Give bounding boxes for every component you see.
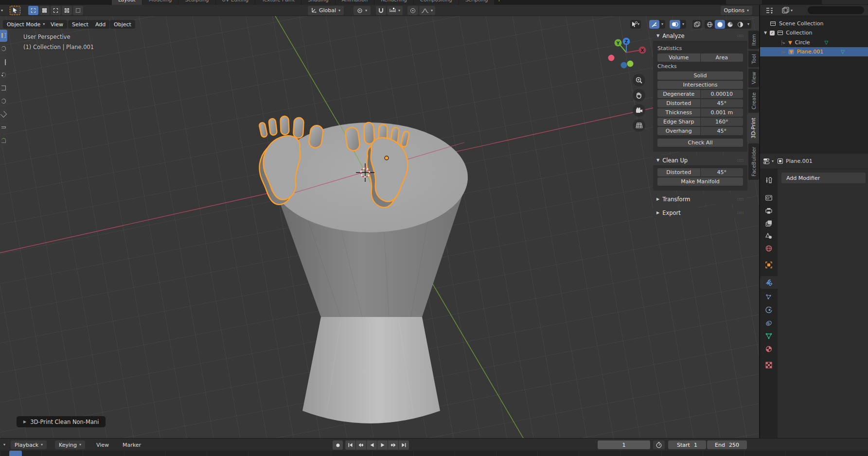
properties-tab-world[interactable] xyxy=(760,242,778,255)
workspace-tab-sculpting[interactable]: Sculpting xyxy=(178,0,215,5)
outliner-display-mode-icon[interactable] xyxy=(782,7,789,14)
tool-rotate[interactable] xyxy=(0,69,7,81)
snap-toggle-button[interactable] xyxy=(376,6,386,15)
properties-tab-physics[interactable] xyxy=(760,304,778,316)
thickness-value-field[interactable]: 0.001 m xyxy=(701,108,744,117)
properties-tab-scene[interactable] xyxy=(760,229,778,242)
panel-grip-icon[interactable]: ∷∷ xyxy=(738,158,744,163)
timeline-menu-view[interactable]: View xyxy=(93,440,112,449)
header-collapse-chevron-icon[interactable]: ▾ xyxy=(1,6,3,15)
check-thickness-button[interactable]: Thickness xyxy=(657,108,700,117)
viewport-3d[interactable]: Object Mode▾ View Select Add Object ▾ ▾ … xyxy=(0,16,759,438)
workspace-tab-scripting[interactable]: Scripting xyxy=(459,0,495,5)
overhang-value-field[interactable]: 45° xyxy=(701,127,744,135)
properties-tab-material[interactable] xyxy=(760,343,778,355)
cleanup-distorted-button[interactable]: Distorted xyxy=(657,168,700,176)
workspace-tab-animation[interactable]: Animation xyxy=(336,0,374,5)
current-frame-indicator[interactable] xyxy=(9,451,22,456)
tool-select-box[interactable] xyxy=(0,30,7,42)
frame-end-field[interactable]: End250 xyxy=(707,440,747,449)
play-reverse-button[interactable] xyxy=(367,440,377,450)
options-dropdown[interactable]: Options▾ xyxy=(721,6,752,15)
check-overhang-button[interactable]: Overhang xyxy=(657,127,700,135)
pivot-point-dropdown[interactable]: ▾ xyxy=(354,6,371,15)
panel-export-header[interactable]: ▶ Export ∷∷ xyxy=(653,208,747,218)
sidebar-tab-item[interactable]: Item xyxy=(748,31,759,49)
check-intersections-button[interactable]: Intersections xyxy=(657,81,743,89)
check-all-button[interactable]: Check All xyxy=(657,139,743,147)
properties-tab-particles[interactable] xyxy=(760,291,778,303)
workspace-tab-uv-editing[interactable]: UV Editing xyxy=(216,0,255,5)
properties-tab-tool[interactable] xyxy=(760,174,778,187)
next-keyframe-button[interactable] xyxy=(388,440,398,450)
expander-icon[interactable]: ▼ xyxy=(764,31,767,35)
volume-button[interactable]: Volume xyxy=(657,53,700,62)
proportional-editing-toggle[interactable] xyxy=(407,6,418,15)
tool-move[interactable] xyxy=(0,56,7,68)
topbar-scene-selector[interactable] xyxy=(726,0,762,4)
timeline-menu-marker[interactable]: Marker xyxy=(120,440,144,449)
outliner-filter-icon[interactable] xyxy=(766,7,774,14)
select-mode-extend-button[interactable] xyxy=(39,6,50,15)
properties-tab-view-layer[interactable] xyxy=(760,217,778,229)
sidebar-tab-create[interactable]: Create xyxy=(748,89,759,113)
properties-tab-object-data[interactable] xyxy=(760,330,778,342)
current-frame-field[interactable]: 1 xyxy=(598,440,650,449)
check-distorted-button[interactable]: Distorted xyxy=(657,99,700,107)
outliner-row-circle[interactable]: ├▸ ▼ Circle ▽ xyxy=(760,38,868,47)
tool-transform[interactable] xyxy=(0,95,7,107)
camera-view-button[interactable] xyxy=(633,104,645,117)
proportional-falloff-dropdown[interactable]: ▾ xyxy=(419,6,435,15)
workspace-tab-compositing[interactable]: Compositing xyxy=(414,0,459,5)
select-mode-invert-button[interactable] xyxy=(62,6,72,15)
record-button[interactable] xyxy=(333,440,343,450)
sidebar-tab-view[interactable]: View xyxy=(748,69,759,88)
check-edge-sharp-button[interactable]: Edge Sharp xyxy=(657,118,700,126)
properties-tab-constraints[interactable] xyxy=(760,317,778,330)
active-tool-select-box-button[interactable] xyxy=(10,6,20,15)
menu-add[interactable]: Add xyxy=(91,20,109,29)
workspace-tab-modeling[interactable]: Modeling xyxy=(142,0,178,5)
topbar-viewlayer-selector[interactable] xyxy=(822,0,868,4)
keying-dropdown[interactable]: Keying▾ xyxy=(55,440,85,449)
panel-analyze-header[interactable]: ▼ Analyze ∷∷ xyxy=(653,31,747,41)
gizmo-axis-y-neg-ball[interactable] xyxy=(627,61,634,67)
workspace-tab-rendering[interactable]: Rendering xyxy=(374,0,413,5)
select-mode-intersect-button[interactable] xyxy=(73,6,83,15)
check-degenerate-button[interactable]: Degenerate xyxy=(657,90,700,98)
timeline-editor-chevron[interactable]: ▾ xyxy=(3,443,5,447)
outliner-search-input[interactable] xyxy=(808,6,864,14)
make-manifold-button[interactable]: Make Manifold xyxy=(657,177,743,186)
tool-add-primitive[interactable] xyxy=(0,135,7,147)
operator-redo-panel[interactable]: ▶ 3D-Print Clean Non-Mani xyxy=(17,416,106,427)
workspace-tab-layout[interactable]: Layout xyxy=(112,0,142,5)
play-button[interactable] xyxy=(377,440,388,450)
prev-keyframe-button[interactable] xyxy=(356,440,366,450)
menu-select[interactable]: Select xyxy=(68,20,92,29)
tool-measure[interactable] xyxy=(0,122,7,134)
timeline-ruler[interactable] xyxy=(0,451,868,456)
tool-scale[interactable] xyxy=(0,82,7,94)
zoom-view-button[interactable] xyxy=(633,74,645,87)
check-solid-button[interactable]: Solid xyxy=(657,71,743,80)
display-mode-chevron[interactable]: ▾ xyxy=(791,9,793,13)
tool-annotate[interactable] xyxy=(0,108,7,121)
editor-type-dropdown[interactable]: ▾ xyxy=(763,158,774,164)
outliner-row-plane001[interactable]: ├▸ ▼ Plane.001 ▽ xyxy=(760,47,868,56)
outliner-row-collection[interactable]: ▼ ✓ Collection xyxy=(760,28,868,37)
object-visibility-dropdown[interactable]: ▾ xyxy=(630,20,641,29)
panel-grip-icon[interactable]: ∷∷ xyxy=(738,210,744,215)
object-mode-dropdown[interactable]: Object Mode▾ xyxy=(3,20,49,29)
outliner-row-scene-collection[interactable]: Scene Collection xyxy=(760,19,868,28)
menu-object[interactable]: Object xyxy=(110,20,135,29)
sidebar-tab-3d-print[interactable]: 3D-Print xyxy=(747,114,759,142)
gizmo-axis-x-neg-ball[interactable] xyxy=(608,55,615,61)
gizmo-axis-z-neg-ball[interactable] xyxy=(621,62,627,69)
frame-start-field[interactable]: Start1 xyxy=(668,440,706,449)
select-mode-new-button[interactable] xyxy=(28,6,38,15)
panel-cleanup-header[interactable]: ▼ Clean Up ∷∷ xyxy=(653,155,747,165)
cleanup-distorted-value-field[interactable]: 45° xyxy=(701,168,744,176)
panel-grip-icon[interactable]: ∷∷ xyxy=(738,197,744,202)
properties-tab-modifiers[interactable] xyxy=(760,276,778,289)
properties-tab-object[interactable] xyxy=(760,259,778,271)
